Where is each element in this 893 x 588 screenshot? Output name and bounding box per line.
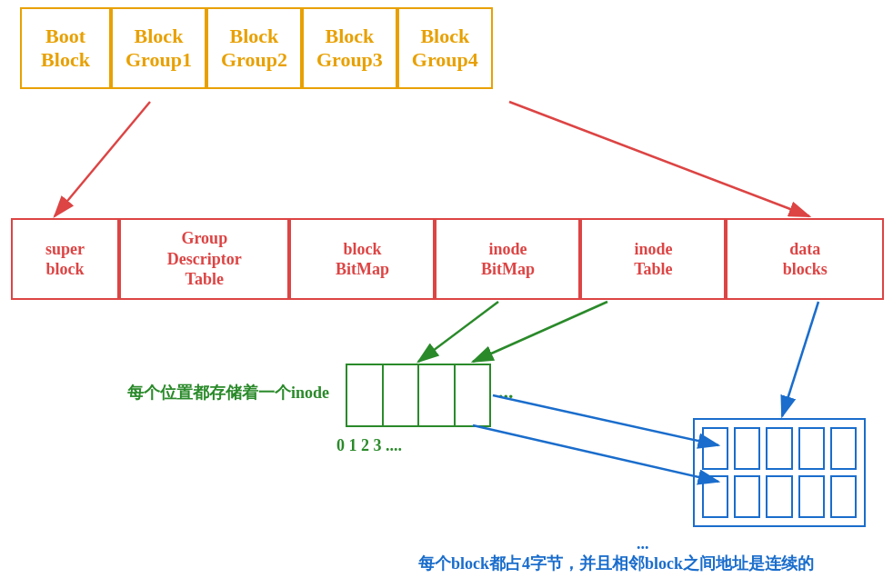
data-cell-4 [830, 427, 857, 470]
bottom-row: superblock GroupDescriptorTable blockBit… [11, 218, 884, 300]
data-cell-3 [798, 427, 825, 470]
svg-line-9 [473, 425, 718, 482]
inode-dots: ... [498, 380, 514, 404]
data-cell-6 [734, 475, 760, 518]
label-each-inode: 每个位置都存储着一个inode [127, 382, 329, 404]
top-cell-block-group4: BlockGroup4 [397, 7, 493, 89]
inode-cell-2 [419, 365, 456, 425]
data-cell-0 [702, 427, 728, 470]
top-row: BootBlock BlockGroup1 BlockGroup2 BlockG… [20, 7, 493, 89]
svg-line-6 [473, 302, 607, 362]
bottom-cell-super-block: superblock [11, 218, 119, 300]
svg-line-7 [782, 302, 818, 416]
data-cell-5 [702, 475, 728, 518]
svg-line-5 [418, 302, 498, 362]
data-cell-2 [766, 427, 792, 470]
inode-cell-1 [384, 365, 420, 425]
label-inode-nums: 0 1 2 3 .... [336, 436, 402, 455]
top-cell-block-group1: BlockGroup1 [111, 7, 206, 89]
data-cell-8 [798, 475, 825, 518]
data-cell-9 [830, 475, 857, 518]
inode-cell-0 [347, 365, 384, 425]
bottom-cell-block-bitmap: blockBitMap [289, 218, 435, 300]
bottom-cell-group-descriptor: GroupDescriptorTable [119, 218, 289, 300]
inode-cell-3 [456, 365, 490, 425]
data-blocks-box [693, 418, 866, 527]
inode-table-box [346, 364, 491, 427]
bottom-cell-inode-bitmap: inodeBitMap [435, 218, 580, 300]
svg-line-3 [55, 102, 150, 216]
bottom-cell-data-blocks: datablocks [726, 218, 884, 300]
top-cell-block-group3: BlockGroup3 [302, 7, 397, 89]
top-cell-block-group2: BlockGroup2 [206, 7, 302, 89]
label-dots-data: ... [637, 534, 649, 553]
data-cell-1 [734, 427, 760, 470]
svg-line-8 [493, 395, 718, 445]
svg-line-4 [509, 102, 809, 216]
label-bottom-text: 每个block都占4字节，并且相邻block之间地址是连续的 [418, 553, 814, 574]
bottom-cell-inode-table: inodeTable [580, 218, 726, 300]
data-cell-7 [766, 475, 792, 518]
top-cell-boot-block: BootBlock [20, 7, 111, 89]
